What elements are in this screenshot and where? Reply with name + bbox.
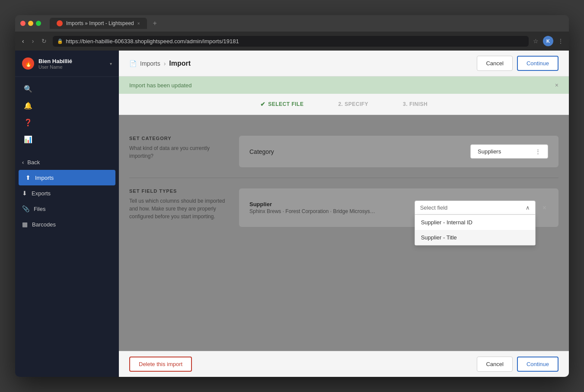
- minimize-dot[interactable]: [28, 21, 33, 26]
- main-content: 📄 Imports › Import Cancel Continue Impor…: [119, 51, 569, 377]
- remove-field-button[interactable]: ×: [541, 202, 548, 214]
- close-dot[interactable]: [20, 21, 26, 26]
- breadcrumb-icon: 📄: [129, 60, 137, 67]
- sidebar-nav: ‹ Back ⬆ Imports ⬇ Exports 📎 Files ▦: [15, 151, 119, 377]
- set-category-title: SET CATEGORY: [129, 136, 229, 141]
- field-col-desc: Sphinx Brews · Forest Corporation · Brid…: [249, 208, 409, 214]
- bottom-right-actions: Cancel Continue: [477, 357, 558, 372]
- header-actions: Cancel Continue: [477, 56, 558, 71]
- category-field-row: Category Suppliers ⋮: [249, 144, 548, 159]
- page-header: 📄 Imports › Import Cancel Continue: [119, 51, 569, 76]
- select-field-trigger[interactable]: Select field ∧: [415, 201, 536, 215]
- success-banner: Import has been updated ×: [119, 76, 569, 94]
- url-text: https://bien-habillie-606338.shoplightsp…: [66, 38, 239, 45]
- step-finish: 3. FINISH: [403, 101, 428, 107]
- back-chevron-icon: ‹: [22, 159, 24, 166]
- tab-close-button[interactable]: ×: [137, 21, 140, 26]
- banner-message: Import has been updated: [129, 82, 192, 89]
- field-select-dropdown: Select field ∧ Supplier - Internal ID Su…: [415, 201, 536, 215]
- profile-button[interactable]: K: [543, 36, 553, 46]
- set-field-types-title: SET FIELD TYPES: [129, 188, 229, 194]
- sidebar: 🔥 Bien Habillié User Name ▾ 🔍 🔔 ❓ 📊 ‹ Ba…: [15, 51, 119, 377]
- reload-button[interactable]: ↻: [40, 36, 48, 46]
- set-field-types-section: SET FIELD TYPES Tell us which columns sh…: [129, 178, 558, 237]
- bookmark-icon[interactable]: ☆: [533, 38, 539, 45]
- sidebar-item-exports[interactable]: ⬇ Exports: [15, 185, 119, 201]
- set-field-types-body: Supplier Sphinx Brews · Forest Corporati…: [239, 188, 558, 227]
- exports-label: Exports: [32, 190, 51, 197]
- barcodes-label: Barcodes: [32, 221, 56, 228]
- banner-close-button[interactable]: ×: [555, 82, 558, 89]
- files-icon: 📎: [22, 205, 29, 212]
- set-field-types-desc: Tell us which columns should be imported…: [129, 197, 229, 220]
- field-info: Supplier Sphinx Brews · Forest Corporati…: [249, 201, 409, 214]
- set-category-body: Category Suppliers ⋮: [239, 136, 558, 167]
- bell-icon-button[interactable]: 🔔: [15, 97, 119, 114]
- back-button[interactable]: ‹: [20, 36, 26, 46]
- field-dropdown-menu: Supplier - Internal ID Supplier - Title: [415, 215, 536, 245]
- chevron-up-icon: ∧: [526, 204, 530, 211]
- set-category-section: SET CATEGORY What kind of data are you c…: [129, 125, 558, 178]
- field-col-name: Supplier: [249, 201, 409, 207]
- lock-icon: 🔒: [57, 38, 63, 44]
- maximize-dot[interactable]: [36, 21, 41, 26]
- breadcrumb: 📄 Imports › Import: [129, 60, 191, 67]
- brand-logo: 🔥: [22, 57, 34, 70]
- forward-button[interactable]: ›: [30, 36, 36, 46]
- sidebar-item-files[interactable]: 📎 Files: [15, 201, 119, 217]
- set-category-desc: What kind of data are you currently impo…: [129, 144, 229, 160]
- step-check-icon: ✔: [260, 101, 266, 108]
- chevron-down-icon[interactable]: ▾: [110, 61, 112, 66]
- step-specify-label: 2. SPECIFY: [338, 101, 368, 107]
- address-bar[interactable]: 🔒 https://bien-habillie-606338.shoplight…: [53, 36, 529, 47]
- tab-title: Imports » Import - Lightspeed: [66, 20, 134, 26]
- step-select-file-label: SELECT FILE: [268, 101, 303, 107]
- window-controls: [20, 21, 41, 26]
- delete-import-button[interactable]: Delete this import: [129, 357, 192, 372]
- back-nav-item[interactable]: ‹ Back: [15, 155, 119, 170]
- browser-tab[interactable]: Imports » Import - Lightspeed ×: [50, 18, 147, 29]
- help-icon-button[interactable]: ❓: [15, 114, 119, 131]
- category-select[interactable]: Suppliers ⋮: [470, 144, 548, 159]
- barcodes-icon: ▦: [22, 221, 28, 228]
- sidebar-item-barcodes[interactable]: ▦ Barcodes: [15, 217, 119, 232]
- new-tab-button[interactable]: +: [153, 19, 157, 27]
- steps-bar: ✔ SELECT FILE 2. SPECIFY 3. FINISH: [119, 94, 569, 115]
- sidebar-quick-icons: 🔍 🔔 ❓ 📊: [15, 77, 119, 151]
- tab-favicon: [57, 20, 63, 26]
- brand-name: Bien Habillié: [38, 58, 110, 64]
- imports-label: Imports: [35, 175, 54, 181]
- bottom-bar: Delete this import Cancel Continue: [119, 351, 569, 377]
- step-finish-label: 3. FINISH: [403, 101, 428, 107]
- field-type-row: Supplier Sphinx Brews · Forest Corporati…: [249, 197, 548, 218]
- brand-info: Bien Habillié User Name: [38, 58, 110, 70]
- set-category-description: SET CATEGORY What kind of data are you c…: [129, 136, 229, 167]
- dropdown-item-internal-id[interactable]: Supplier - Internal ID: [415, 215, 535, 230]
- report-icon-button[interactable]: 📊: [15, 131, 119, 148]
- back-label: Back: [27, 159, 40, 166]
- browser-menu-icon[interactable]: ⋮: [558, 38, 564, 45]
- step-specify: 2. SPECIFY: [338, 101, 368, 107]
- category-value: Suppliers: [478, 148, 501, 155]
- header-cancel-button[interactable]: Cancel: [477, 56, 512, 71]
- files-label: Files: [34, 206, 45, 212]
- bottom-continue-button[interactable]: Continue: [517, 357, 558, 372]
- sidebar-header: 🔥 Bien Habillié User Name ▾: [15, 51, 119, 77]
- bottom-cancel-button[interactable]: Cancel: [477, 357, 512, 372]
- header-continue-button[interactable]: Continue: [517, 56, 558, 71]
- imports-icon: ⬆: [26, 174, 31, 181]
- brand-subtitle: User Name: [38, 64, 110, 70]
- step-select-file: ✔ SELECT FILE: [260, 101, 304, 108]
- breadcrumb-parent[interactable]: Imports: [140, 60, 160, 67]
- page-title: Import: [169, 60, 191, 67]
- category-label: Category: [249, 148, 274, 155]
- category-chevron-icon: ⋮: [535, 148, 541, 155]
- exports-icon: ⬇: [22, 190, 27, 197]
- sidebar-item-imports[interactable]: ⬆ Imports: [19, 170, 115, 185]
- select-field-placeholder: Select field: [420, 204, 448, 211]
- content-scroll: SET CATEGORY What kind of data are you c…: [119, 115, 569, 351]
- breadcrumb-separator: ›: [164, 60, 166, 67]
- dropdown-item-title[interactable]: Supplier - Title: [415, 230, 535, 245]
- search-icon-button[interactable]: 🔍: [15, 80, 119, 97]
- set-field-types-description: SET FIELD TYPES Tell us which columns sh…: [129, 188, 229, 227]
